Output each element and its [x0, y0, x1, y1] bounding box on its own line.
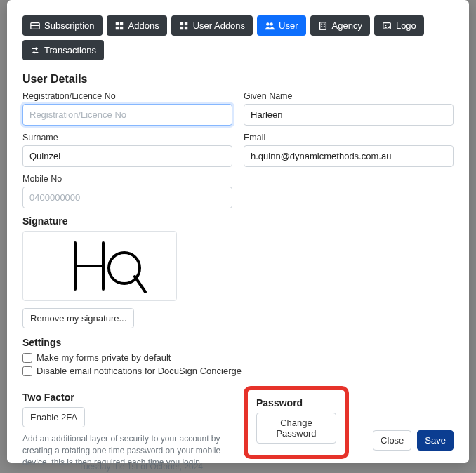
input-registration-no[interactable] — [22, 104, 232, 126]
svg-rect-3 — [119, 22, 122, 25]
card-icon — [30, 21, 40, 31]
field-email: Email — [244, 133, 454, 167]
label-registration-no: Registration/Licence No — [22, 91, 232, 101]
change-password-button[interactable]: Change Password — [256, 413, 336, 444]
svg-point-11 — [270, 22, 273, 25]
svg-rect-6 — [180, 22, 183, 25]
tab-label: Addons — [128, 20, 159, 31]
svg-point-18 — [385, 25, 386, 26]
tab-addons[interactable]: Addons — [107, 15, 167, 36]
svg-rect-2 — [115, 22, 118, 25]
signature-section: Signature Remove my signature... — [22, 215, 454, 328]
password-highlight-box: Password Change Password — [244, 386, 349, 459]
svg-rect-9 — [185, 26, 187, 29]
svg-point-10 — [266, 22, 269, 25]
field-registration-no: Registration/Licence No — [22, 91, 232, 126]
tab-bar: Subscription Addons User Addons User Age… — [22, 15, 454, 60]
security-sections: Two Factor Enable 2FA Add an additional … — [22, 386, 454, 468]
enable-2fa-button[interactable]: Enable 2FA — [22, 407, 85, 427]
modal-footer-actions: Close Save — [373, 430, 454, 451]
tab-label: Agency — [332, 20, 362, 31]
user-modal: Subscription Addons User Addons User Age… — [7, 0, 469, 463]
field-given-name: Given Name — [244, 91, 454, 126]
transfer-icon — [30, 46, 40, 55]
tab-label: Transactions — [44, 45, 96, 55]
svg-rect-4 — [115, 26, 118, 29]
svg-rect-7 — [185, 22, 187, 25]
tab-label: Logo — [396, 20, 416, 31]
remove-signature-button[interactable]: Remove my signature... — [22, 308, 134, 328]
input-given-name[interactable] — [244, 104, 454, 126]
tab-subscription[interactable]: Subscription — [22, 15, 103, 36]
checkbox-row-private[interactable]: Make my forms private by default — [22, 352, 454, 363]
input-surname[interactable] — [22, 145, 232, 167]
tab-label: User — [279, 20, 298, 31]
svg-rect-14 — [323, 23, 324, 25]
input-mobile[interactable] — [22, 187, 232, 208]
user-details-heading: User Details — [22, 73, 454, 86]
checkbox-disable-docusign-emails[interactable] — [22, 366, 32, 376]
tab-transactions[interactable]: Transactions — [22, 40, 104, 60]
settings-section: Settings Make my forms private by defaul… — [22, 337, 454, 376]
svg-rect-13 — [321, 23, 322, 25]
tab-agency[interactable]: Agency — [310, 15, 370, 36]
two-factor-help-text: Add an additional layer of security to y… — [22, 433, 232, 468]
two-factor-section: Two Factor Enable 2FA Add an additional … — [22, 386, 232, 468]
input-email[interactable] — [244, 145, 454, 167]
label-given-name: Given Name — [244, 91, 454, 101]
signature-preview[interactable] — [22, 231, 177, 301]
signature-svg — [37, 234, 163, 298]
puzzle-icon — [114, 21, 124, 31]
two-factor-heading: Two Factor — [22, 392, 232, 403]
checkbox-row-docusign[interactable]: Disable email notifications for DocuSign… — [22, 366, 454, 376]
close-button[interactable]: Close — [373, 430, 411, 451]
checkbox-private-default[interactable] — [22, 353, 32, 363]
password-section-wrapper: Password Change Password — [244, 386, 454, 468]
user-icon — [265, 21, 275, 31]
svg-rect-8 — [180, 26, 183, 29]
building-icon — [318, 21, 328, 31]
tab-label: User Addons — [193, 20, 245, 31]
settings-heading: Settings — [22, 337, 454, 348]
svg-rect-12 — [319, 22, 326, 29]
image-icon — [382, 21, 392, 31]
svg-rect-16 — [323, 26, 324, 27]
tab-logo[interactable]: Logo — [374, 15, 424, 36]
save-button[interactable]: Save — [417, 430, 454, 451]
svg-rect-15 — [321, 26, 322, 27]
checkbox-label: Disable email notifications for DocuSign… — [37, 366, 242, 376]
label-surname: Surname — [22, 133, 232, 142]
label-email: Email — [244, 133, 454, 142]
tab-label: Subscription — [44, 20, 95, 31]
label-mobile: Mobile No — [22, 174, 232, 184]
password-heading: Password — [256, 397, 336, 408]
svg-rect-1 — [31, 25, 39, 26]
field-mobile: Mobile No — [22, 174, 232, 208]
signature-heading: Signature — [22, 215, 454, 227]
tab-user[interactable]: User — [257, 15, 305, 36]
tab-user-addons[interactable]: User Addons — [171, 15, 253, 36]
user-details-form: Registration/Licence No Given Name Surna… — [22, 91, 454, 208]
svg-rect-5 — [119, 26, 122, 29]
field-surname: Surname — [22, 133, 232, 167]
checkbox-label: Make my forms private by default — [37, 352, 171, 363]
puzzle-icon — [179, 21, 189, 31]
